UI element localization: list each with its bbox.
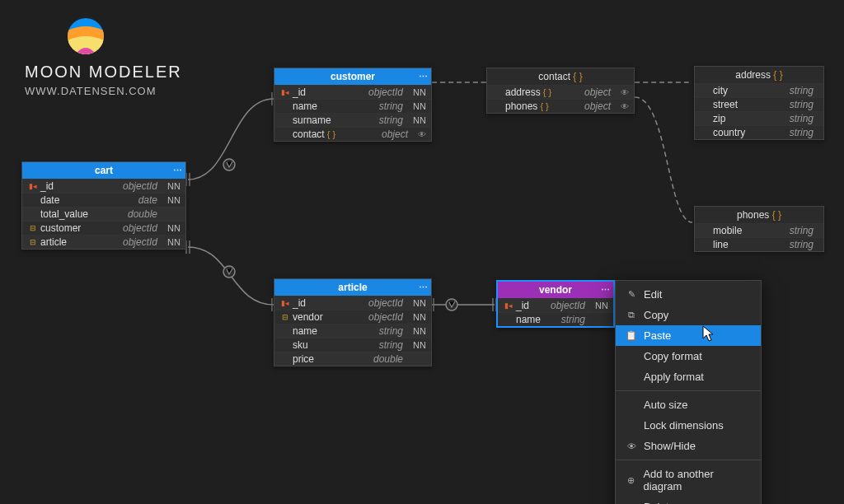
field-row[interactable]: zipstring <box>695 111 823 125</box>
field-row[interactable]: linestring <box>695 237 823 251</box>
ctx-add-to-diagram[interactable]: ⊕Add to another diagram <box>616 464 761 497</box>
entity-address-header[interactable]: address { } <box>695 67 823 83</box>
ctx-edit[interactable]: ✎Edit <box>616 284 761 305</box>
entity-vendor-header[interactable]: vendor ⋯ <box>498 282 613 298</box>
entity-address-body: citystring streetstring zipstring countr… <box>695 83 823 139</box>
entity-article-header[interactable]: article ⋯ <box>274 279 431 296</box>
visibility-icon[interactable]: 👁 <box>616 102 629 111</box>
field-name: _id <box>293 86 363 98</box>
entity-menu-button[interactable]: ⋯ <box>601 285 610 296</box>
ctx-paste[interactable]: 📋Paste <box>616 325 761 346</box>
context-menu[interactable]: ✎Edit ⧉Copy 📋Paste Copy format Apply for… <box>615 280 762 504</box>
embed-icon: ⊟ <box>278 313 293 321</box>
field-row[interactable]: contact{ }object👁 <box>274 127 431 141</box>
field-type: objectId <box>118 180 162 192</box>
field-name: article <box>40 236 118 248</box>
primary-key-icon: ▮◂ <box>501 301 516 310</box>
field-name: name <box>293 325 374 337</box>
field-row[interactable]: namestringNN <box>274 99 431 113</box>
ctx-separator <box>616 390 761 391</box>
field-row[interactable]: ▮◂_idobjectIdNN <box>274 296 431 310</box>
field-name: customer <box>40 222 118 234</box>
field-row[interactable]: phones{ }object👁 <box>487 99 634 113</box>
entity-phones-body: mobilestring linestring <box>695 223 823 251</box>
field-type: string <box>374 325 408 337</box>
entity-menu-button[interactable]: ⋯ <box>173 166 182 176</box>
ctx-separator <box>616 460 761 460</box>
ctx-copy[interactable]: ⧉Copy <box>616 305 761 325</box>
field-type: double <box>123 208 162 220</box>
field-type: objectId <box>546 300 590 311</box>
ctx-show-hide[interactable]: 👁Show/Hide <box>616 436 761 456</box>
field-nn: NN <box>162 237 181 247</box>
brand-block: MOON MODELER WWW.DATENSEN.COM <box>25 16 182 97</box>
entity-customer-header[interactable]: customer ⋯ <box>274 68 431 85</box>
ctx-label: Edit <box>644 288 662 301</box>
field-type: date <box>134 194 162 206</box>
field-nn: NN <box>408 115 426 125</box>
field-name: contact{ } <box>293 128 377 140</box>
entity-phones-header[interactable]: phones { } <box>695 207 823 223</box>
field-name: mobile <box>713 225 785 236</box>
field-row[interactable]: address{ }object👁 <box>487 85 634 99</box>
ctx-apply-format[interactable]: Apply format <box>616 366 761 387</box>
field-row[interactable]: total_valuedouble <box>22 207 185 221</box>
ctx-label: Show/Hide <box>644 440 696 452</box>
embed-icon: ⊟ <box>26 224 40 232</box>
entity-cart-header[interactable]: cart ⋯ <box>22 162 185 179</box>
field-row[interactable]: ⊟articleobjectIdNN <box>22 235 185 249</box>
field-name: name <box>293 100 374 112</box>
entity-customer[interactable]: customer ⋯ ▮◂_idobjectIdNN namestringNN … <box>274 68 432 142</box>
field-row[interactable]: ⊟customerobjectIdNN <box>22 221 185 235</box>
field-type: object <box>579 86 616 98</box>
field-row[interactable]: ▮◂_idobjectIdNN <box>22 179 185 193</box>
paste-icon: 📋 <box>626 330 637 341</box>
field-row[interactable]: ▮◂_idobjectIdNN <box>498 298 613 312</box>
entity-contact-body: address{ }object👁 phones{ }object👁 <box>487 85 634 113</box>
field-row[interactable]: skustringNN <box>274 338 431 352</box>
ctx-label: Lock dimensions <box>644 419 724 432</box>
field-row[interactable]: countrystring <box>695 125 823 139</box>
field-row[interactable]: ⊟vendorobjectIdNN <box>274 310 431 324</box>
ctx-copy-format[interactable]: Copy format <box>616 346 761 366</box>
entity-cart[interactable]: cart ⋯ ▮◂_idobjectIdNN datedateNN total_… <box>21 161 186 250</box>
entity-address[interactable]: address { } citystring streetstring zips… <box>694 66 824 140</box>
entity-vendor-body: ▮◂_idobjectIdNN namestring <box>498 298 613 326</box>
field-nn: NN <box>408 312 426 322</box>
braces-icon: { } <box>773 69 782 81</box>
ctx-auto-size[interactable]: Auto size <box>616 394 761 415</box>
entity-phones[interactable]: phones { } mobilestring linestring <box>694 206 824 252</box>
entity-menu-button[interactable]: ⋯ <box>419 282 428 293</box>
field-type: objectId <box>363 86 408 98</box>
field-row[interactable]: mobilestring <box>695 223 823 237</box>
entity-contact-header[interactable]: contact { } <box>487 68 634 85</box>
field-type: string <box>785 225 818 236</box>
field-row[interactable]: surnamestringNN <box>274 113 431 127</box>
field-type: string <box>785 99 818 110</box>
entity-vendor[interactable]: vendor ⋯ ▮◂_idobjectIdNN namestring <box>496 280 615 328</box>
braces-icon: { } <box>772 209 781 221</box>
visibility-icon[interactable]: 👁 <box>616 88 629 97</box>
embed-icon: ⊟ <box>26 238 40 246</box>
field-row[interactable]: streetstring <box>695 97 823 111</box>
ctx-label: Delete <box>644 501 675 504</box>
ctx-lock-dimensions[interactable]: Lock dimensions <box>616 415 761 436</box>
entity-menu-button[interactable]: ⋯ <box>419 72 428 82</box>
entity-customer-title: customer <box>331 71 375 82</box>
field-name: surname <box>293 114 374 126</box>
entity-article[interactable]: article ⋯ ▮◂_idobjectIdNN ⊟vendorobjectI… <box>274 278 432 366</box>
field-row[interactable]: citystring <box>695 83 823 97</box>
field-row[interactable]: namestring <box>498 312 613 326</box>
field-row[interactable]: pricedouble <box>274 352 431 366</box>
ctx-label: Auto size <box>644 399 687 411</box>
field-row[interactable]: datedateNN <box>22 193 185 207</box>
visibility-icon[interactable]: 👁 <box>413 130 426 139</box>
field-type: objectId <box>363 311 408 323</box>
field-name: total_value <box>40 208 123 220</box>
field-nn: NN <box>408 340 426 350</box>
entity-contact[interactable]: contact { } address{ }object👁 phones{ }o… <box>486 68 635 114</box>
field-name: price <box>293 353 368 365</box>
field-row[interactable]: namestringNN <box>274 324 431 338</box>
ctx-delete[interactable]: 🗑Delete <box>616 497 761 504</box>
field-row[interactable]: ▮◂_idobjectIdNN <box>274 85 431 99</box>
